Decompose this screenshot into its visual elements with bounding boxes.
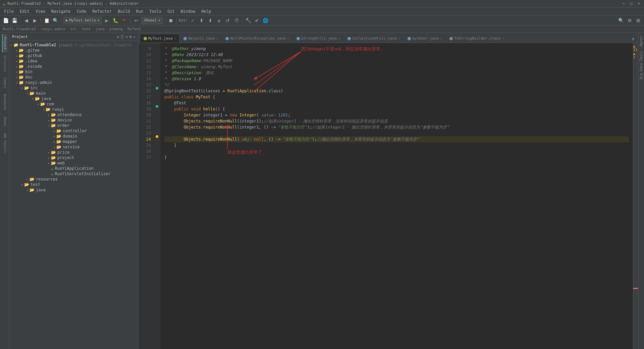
- tree-root[interactable]: ▾ 📁 RuoYi-flowable2 [ruoyi] E:\gitRepos2…: [9, 42, 138, 48]
- bc-yimeng[interactable]: yimeng: [109, 27, 123, 31]
- tree-main[interactable]: ▾ 📂 main: [9, 91, 138, 96]
- bc-src[interactable]: src: [70, 27, 77, 31]
- git-revert-btn[interactable]: ↺: [224, 17, 231, 24]
- bc-java[interactable]: java: [96, 27, 105, 31]
- tree-device[interactable]: ▸ 📂 device: [9, 117, 138, 123]
- tab-stringutils[interactable]: StringUtils.java ✕: [293, 34, 344, 43]
- menu-help[interactable]: Help: [199, 8, 214, 14]
- tree-src[interactable]: ▾ 📂 src: [9, 85, 138, 91]
- tab-npe[interactable]: NullPointerException.java ✕: [222, 34, 293, 43]
- layout-btn[interactable]: ⊞: [635, 17, 642, 24]
- menu-navigate[interactable]: Navigate: [49, 8, 73, 14]
- run-config-dropdown[interactable]: ▶ MyTest.hello ▾: [63, 17, 102, 24]
- revert-btn[interactable]: ↩: [132, 17, 140, 24]
- git-fetch-btn[interactable]: ⬇: [207, 17, 214, 24]
- tree-idea[interactable]: ▸ 📂 .idea: [9, 58, 138, 64]
- tab-collectionutils-close[interactable]: ✕: [398, 37, 400, 40]
- git-merge-btn[interactable]: ⌀: [215, 17, 223, 24]
- side-tab-structure[interactable]: Structure: [2, 53, 7, 74]
- save-btn[interactable]: 💾: [11, 17, 18, 24]
- tab-stringutils-close[interactable]: ✕: [338, 37, 340, 40]
- menu-code[interactable]: Code: [74, 8, 89, 14]
- panel-layout-icon[interactable]: ☰: [120, 35, 124, 39]
- settings-btn[interactable]: ✔: [253, 17, 261, 24]
- tree-ruoyi[interactable]: ▾ 📂 ruoyi: [9, 107, 138, 112]
- tree-domain[interactable]: ▸ 📂 domain: [9, 134, 138, 139]
- tree-vscode[interactable]: ▸ 📂 .vscode: [9, 64, 138, 69]
- tree-test-java[interactable]: ▾ 📂 java: [9, 187, 138, 193]
- maximize-btn[interactable]: □: [629, 1, 634, 6]
- panel-scroll-icon[interactable]: ⊡: [125, 35, 128, 39]
- back-btn[interactable]: ◀: [22, 17, 30, 24]
- run-btn[interactable]: ▶: [103, 17, 111, 24]
- search-btn[interactable]: 🔍: [617, 17, 625, 24]
- side-tab-bookmarks[interactable]: Bookmarks: [2, 91, 7, 113]
- coverage-btn[interactable]: ☂: [121, 17, 128, 24]
- menu-view[interactable]: View: [33, 8, 48, 14]
- git-history-btn[interactable]: ⏱: [233, 17, 240, 24]
- close-btn[interactable]: ✕: [636, 1, 641, 6]
- tab-objects[interactable]: Objects.java ✕: [180, 34, 222, 43]
- tree-resources[interactable]: ▸ 📂 resources: [9, 177, 138, 182]
- stop-btn[interactable]: ⏹: [167, 17, 174, 24]
- tree-web[interactable]: ▸ 📂 web: [9, 160, 138, 166]
- menu-edit[interactable]: Edit: [17, 8, 32, 14]
- maven-icon[interactable]: Maven: [639, 34, 644, 48]
- menu-file[interactable]: File: [1, 8, 16, 14]
- tree-servlet[interactable]: ▸ ☕ RuoYiServletInitializer: [9, 171, 138, 177]
- tree-order[interactable]: ▾ 📂 order: [9, 123, 138, 128]
- bc-mytest[interactable]: MyTest: [128, 27, 141, 31]
- tab-mytest-close[interactable]: ✕: [174, 37, 176, 40]
- debug-btn[interactable]: 🐛: [112, 17, 119, 24]
- tab-mytest[interactable]: MyTest.java ✕: [140, 34, 180, 43]
- tree-java[interactable]: ▾ 📂 java: [9, 96, 138, 101]
- tree-project[interactable]: ▸ 📂 project: [9, 155, 138, 160]
- menu-build[interactable]: Build: [115, 8, 132, 14]
- tree-com[interactable]: ▾ 📂 com: [9, 101, 138, 107]
- tree-ruoyi-admin[interactable]: ▾ 📁 ruoyi-admin: [9, 80, 138, 85]
- tab-overflow-btn[interactable]: ▾: [629, 35, 637, 43]
- tab-sysuser[interactable]: SysUser.java ✕: [404, 34, 446, 43]
- menu-run[interactable]: Run: [133, 8, 146, 14]
- rebel-dropdown[interactable]: JRebel ▾: [141, 17, 163, 24]
- menu-tools[interactable]: Tools: [147, 8, 164, 14]
- translate-btn[interactable]: 🌐: [262, 17, 269, 24]
- panel-settings-icon[interactable]: ⚙: [117, 35, 119, 39]
- panel-close-icon[interactable]: ✕: [133, 35, 136, 39]
- git-ok-btn[interactable]: ✓: [189, 17, 197, 24]
- new-file-btn[interactable]: 📄: [2, 17, 9, 24]
- editor[interactable]: 9 10 11 12 13 14 15 16 17 18 19 20 21 22…: [139, 43, 638, 349]
- tree-doc[interactable]: ▸ 📂 doc: [9, 74, 138, 80]
- tree-ruoyiapp[interactable]: ▸ ☕ RuoYiApplication: [9, 166, 138, 171]
- bc-admin[interactable]: ruoyi-admin: [41, 27, 65, 31]
- minimize-btn[interactable]: ─: [621, 1, 626, 6]
- tab-collectionutils[interactable]: CollectionUtils.java ✕: [344, 34, 404, 43]
- forward-btn[interactable]: ▶: [31, 17, 39, 24]
- tree-bin[interactable]: ▸ 📂 bin: [9, 69, 138, 74]
- panel-collapse-icon[interactable]: ▼: [129, 35, 132, 39]
- bc-test[interactable]: test: [82, 27, 91, 31]
- tree-github[interactable]: ▸ 📂 .github: [9, 53, 138, 58]
- tree-mapper[interactable]: ▸ 📂 mapper: [9, 139, 138, 144]
- tree-attendance[interactable]: ▸ 📂 attendance: [9, 112, 138, 117]
- tab-tostringbuilder[interactable]: ToStringBuilder.class ✕: [446, 34, 508, 43]
- menu-refactor[interactable]: Refactor: [90, 8, 114, 14]
- build-btn[interactable]: 🔨: [245, 17, 252, 24]
- menu-git[interactable]: Git: [165, 8, 177, 14]
- gear-btn[interactable]: ⚙: [626, 17, 633, 24]
- tab-objects-close[interactable]: ✕: [216, 37, 218, 40]
- scrollbar-area[interactable]: ▲ 11 ▲ 2: [633, 43, 638, 349]
- side-tab-jrebel[interactable]: JRebel: [2, 113, 7, 130]
- tab-tsb-close[interactable]: ✕: [502, 37, 504, 40]
- tab-sysuser-close[interactable]: ✕: [440, 37, 442, 40]
- bigdata-icon[interactable]: Big Data Tools: [639, 49, 644, 81]
- tree-price[interactable]: ▸ 📂 price: [9, 150, 138, 155]
- bc-root[interactable]: RuoYi-flowable2: [3, 27, 36, 31]
- tree-gitee[interactable]: ▸ 📂 .gitee: [9, 48, 138, 53]
- menu-window[interactable]: Window: [178, 8, 198, 14]
- tree-controller[interactable]: ▸ 📂 controller: [9, 128, 138, 134]
- side-tab-commit[interactable]: Commit: [2, 75, 7, 91]
- tree-service[interactable]: ▸ 📂 service: [9, 144, 138, 150]
- tab-npe-close[interactable]: ✕: [287, 37, 289, 40]
- search-everywhere-btn[interactable]: 🔍: [52, 17, 59, 24]
